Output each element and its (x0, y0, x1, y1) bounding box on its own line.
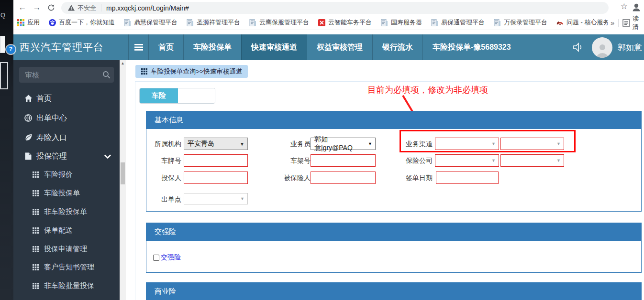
compulsory-checkbox-label[interactable]: 交强险 (161, 253, 181, 262)
commercial-insurance-title: 商业险 (146, 283, 641, 300)
sidebar-item-insure-management[interactable]: 投保管理 (13, 149, 120, 163)
outlet-select[interactable]: ▼ (184, 193, 248, 204)
caret-down-icon: ▼ (491, 141, 496, 146)
org-select[interactable]: 平安青岛 ▼ (184, 138, 248, 150)
bookmark-baidu[interactable]: 百度一下，你就知道 (49, 18, 115, 27)
desktop-q-label: Q (0, 11, 5, 19)
bookmark-yunying[interactable]: 云鹰保服管理平台 (249, 18, 309, 27)
browser-forward-button[interactable]: → (31, 1, 43, 14)
content-top-border (135, 81, 644, 82)
reading-list-label[interactable]: 阅读清单 (633, 15, 644, 30)
sidebar-subitem-noncar-batch[interactable]: 非车险批量投保 (13, 279, 120, 292)
basic-info-panel: 基本信息 所属机构 平安青岛 ▼ 业务员 郭如意|gry@PAQ ▼ 业务渠道 … (146, 111, 642, 212)
sidebar-subitem-label: 投保申请管理 (44, 245, 87, 254)
page-icon (187, 19, 194, 26)
bookmarks-overflow-area: » 阅读清单 (608, 15, 644, 30)
breadcrumb-text: 车险投保单查询>>快速审核通道 (151, 67, 242, 76)
vin-input[interactable] (311, 154, 376, 167)
sign-date-input[interactable] (436, 171, 499, 184)
help-badge[interactable]: ? (6, 45, 15, 54)
browser-back-button[interactable]: ← (16, 1, 29, 14)
reading-list-icon[interactable] (622, 19, 630, 27)
file-icon (24, 152, 33, 160)
baidu-paw-icon (49, 19, 56, 26)
applicant-label: 投保人 (151, 171, 181, 184)
grid-icon (33, 209, 40, 215)
agent-select[interactable]: 郭如意|gry@PAQ ▼ (311, 138, 376, 150)
user-avatar[interactable] (592, 37, 612, 58)
channel-select-1[interactable]: ▼ (435, 138, 499, 150)
sidebar-scrollbar[interactable]: ▲ (120, 60, 126, 300)
user-name[interactable]: 郭如意 (618, 42, 642, 53)
sidebar-subitem-noncar-policy[interactable]: 非车险投保单 (13, 205, 120, 218)
bookmark-shengyuanxiang[interactable]: 圣源祥管理平台 (187, 18, 240, 27)
sidebar-subitem-policy-delivery[interactable]: 保单配送 (13, 224, 120, 237)
insurer-label: 保险公司 (402, 154, 433, 167)
volume-icon[interactable] (573, 42, 584, 53)
sign-date-label: 签单日期 (402, 171, 433, 184)
applicant-input[interactable] (184, 171, 248, 184)
plate-input[interactable] (184, 154, 248, 167)
search-icon[interactable] (102, 71, 111, 79)
bookmark-yunzhineng[interactable]: 云智能车务平台 (318, 18, 372, 27)
basic-info-title: 基本信息 (146, 111, 641, 129)
breadcrumb: 车险投保单查询>>快速审核通道 (135, 65, 248, 78)
apps-grid-icon (17, 19, 24, 26)
bookmarks-overflow-chevron[interactable]: » (611, 19, 614, 27)
insurer-select-1[interactable]: ▼ (435, 154, 499, 167)
scrollbar-up-arrow[interactable]: ▲ (120, 61, 126, 65)
nav-item-policy[interactable]: 车险投保单 (183, 34, 241, 60)
grid-icon (33, 264, 40, 270)
sidebar-search-input[interactable] (19, 67, 114, 83)
page-icon (381, 19, 388, 26)
address-bar-row: ← → 不安全 mp.xxqckj.com/Login/Main# ☆ (13, 0, 644, 15)
sidebar-subitem-customer-notice[interactable]: 客户告知书管理 (13, 260, 120, 274)
bookmark-star-icon[interactable]: ☆ (621, 1, 628, 11)
browser-refresh-button[interactable] (45, 1, 57, 14)
bookmark-apps[interactable]: 应用 (17, 18, 40, 27)
sidebar-subitem-label: 车险报价 (44, 170, 73, 179)
vin-label: 车架号 (279, 154, 311, 167)
compulsory-checkbox[interactable] (153, 255, 159, 261)
compulsory-insurance-title: 交强险 (146, 223, 641, 241)
bookmark-label: 应用 (27, 18, 40, 27)
nav-item-fast-audit[interactable]: 快速审核通道 (241, 34, 307, 60)
bookmark-dinghuibao[interactable]: 鼎慧保管理平台 (124, 18, 178, 27)
omnibox[interactable]: 不安全 mp.xxqckj.com/Login/Main# (61, 2, 609, 14)
not-secure-warning-icon (68, 5, 75, 11)
nav-item-policy-tab[interactable]: 车险投保单-豫5689323 (422, 34, 521, 60)
not-secure-label[interactable]: 不安全 (78, 4, 96, 12)
grid-icon (33, 227, 40, 234)
sidebar-item-label: 投保管理 (36, 151, 67, 161)
nav-item-home[interactable]: 首页 (148, 34, 183, 60)
sidebar-subitem-car-policy[interactable]: 车险投保单 (13, 186, 120, 200)
page-icon (431, 19, 438, 26)
insured-label: 被保险人 (279, 171, 311, 184)
caret-down-icon: ▼ (491, 158, 496, 163)
sidebar-toggle-button[interactable] (128, 34, 148, 60)
sidebar-item-home[interactable]: 首页 (13, 91, 120, 106)
page-icon (249, 19, 256, 26)
nav-item-bank-flow[interactable]: 银行流水 (372, 34, 422, 60)
browser-profile-button[interactable] (631, 1, 642, 13)
channel-select-2[interactable]: ▼ (500, 138, 564, 150)
outlet-label: 出单点 (151, 193, 181, 205)
sidebar-item-life-insurance[interactable]: 寿险入口 (13, 130, 120, 145)
tab-car-insurance[interactable]: 车险 (140, 88, 178, 103)
tab-empty[interactable] (178, 88, 215, 103)
insured-input[interactable] (311, 171, 376, 184)
url-text[interactable]: mp.xxqckj.com/Login/Main# (106, 4, 189, 12)
bookmark-yibaotong[interactable]: 易保通管理平台 (431, 18, 485, 27)
sidebar-item-issue-center[interactable]: 出单中心 (13, 111, 120, 125)
sidebar: 首页 出单中心 寿险入口 (13, 60, 120, 300)
scrollbar-thumb[interactable] (121, 162, 125, 184)
background-window-fragment (0, 36, 5, 53)
sidebar-item-label: 出单中心 (36, 113, 67, 123)
sidebar-subitem-car-quote[interactable]: 车险报价 (13, 168, 120, 181)
sidebar-subitem-insure-apply[interactable]: 投保申请管理 (13, 242, 120, 256)
nav-item-rights-audit[interactable]: 权益审核管理 (307, 34, 372, 60)
bookmark-guoshou[interactable]: 国寿服务器 (381, 18, 422, 27)
gauge-icon (556, 19, 564, 26)
insurer-select-2[interactable]: ▼ (500, 154, 564, 167)
bookmark-wanbaolu[interactable]: 万保录管理平台 (494, 18, 547, 27)
